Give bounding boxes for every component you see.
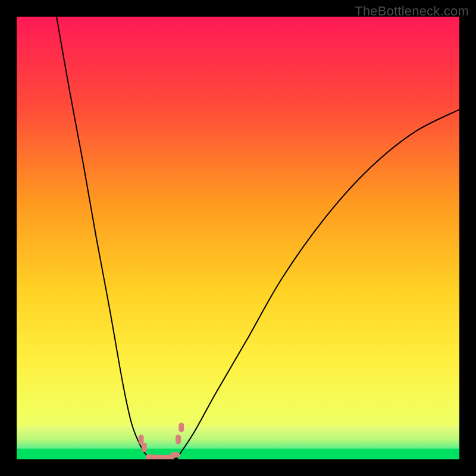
marker-point (142, 443, 147, 452)
watermark-text: TheBottleneck.com (355, 4, 469, 19)
plot-area (17, 17, 459, 459)
marker-point (139, 435, 144, 444)
marker-point (176, 435, 181, 444)
marker-point (178, 422, 184, 432)
bottleneck-curve (57, 17, 459, 459)
curve-layer (17, 17, 459, 459)
curve-path (57, 17, 459, 459)
marker-point (170, 452, 180, 458)
chart-frame: TheBottleneck.com (0, 0, 476, 476)
